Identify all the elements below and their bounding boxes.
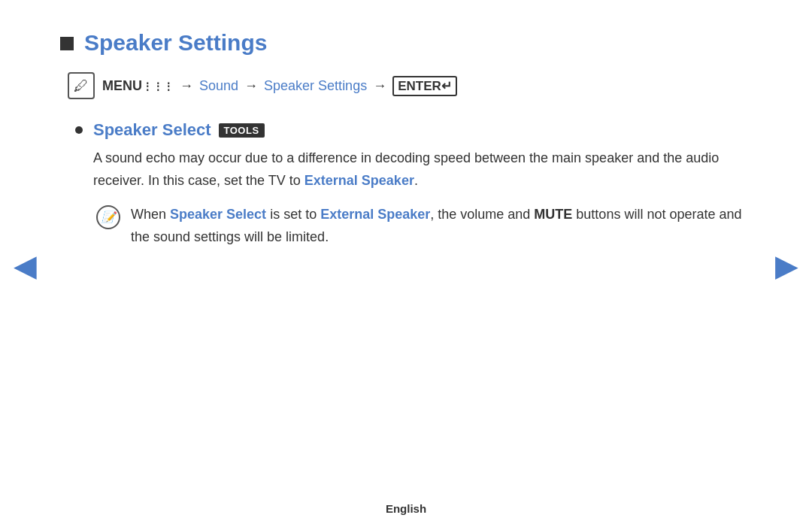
page-title: Speaker Settings	[84, 30, 267, 56]
nav-left-button[interactable]: ◀	[14, 248, 37, 283]
note-row: 📝 When Speaker Select is set to External…	[96, 204, 752, 248]
description-paragraph: A sound echo may occur due to a differen…	[93, 147, 752, 192]
page-content: Speaker Settings 🖊 MENU⋮⋮⋮ → Sound → Spe…	[0, 0, 812, 289]
nav-right-button[interactable]: ▶	[775, 248, 798, 283]
breadcrumb: 🖊 MENU⋮⋮⋮ → Sound → Speaker Settings → E…	[68, 72, 752, 99]
mute-text: MUTE	[534, 207, 572, 222]
arrow-2: →	[244, 78, 258, 94]
breadcrumb-speaker-settings: Speaker Settings	[264, 78, 367, 94]
bullet-dot-icon	[75, 126, 83, 134]
note-text: When Speaker Select is set to External S…	[131, 204, 752, 248]
speaker-select-section: Speaker Select TOOLS A sound echo may oc…	[75, 120, 752, 249]
note-mid: is set to	[266, 207, 320, 222]
title-row: Speaker Settings	[60, 30, 752, 56]
speaker-select-heading: Speaker Select	[93, 120, 211, 140]
section-list: Speaker Select TOOLS A sound echo may oc…	[75, 120, 752, 249]
arrow-3: →	[373, 78, 386, 94]
menu-icon: 🖊	[68, 72, 95, 99]
arrow-1: →	[180, 78, 193, 94]
footer-language: English	[386, 502, 426, 515]
description-text-end: .	[414, 173, 418, 188]
note-prefix: When	[131, 207, 170, 222]
tools-badge: TOOLS	[219, 123, 265, 138]
section-item-content: Speaker Select TOOLS A sound echo may oc…	[93, 120, 752, 249]
external-speaker-note-link: External Speaker	[320, 207, 430, 222]
breadcrumb-sound: Sound	[199, 78, 238, 94]
speaker-select-note-link: Speaker Select	[170, 207, 266, 222]
enter-label: ENTER↵	[392, 76, 457, 96]
external-speaker-link-1: External Speaker	[304, 173, 414, 188]
menu-label: MENU⋮⋮⋮	[102, 78, 174, 94]
title-square-icon	[60, 37, 74, 50]
note-suffix: , the volume and	[430, 207, 534, 222]
note-icon: 📝	[96, 205, 120, 229]
section-heading: Speaker Select TOOLS	[93, 120, 752, 140]
